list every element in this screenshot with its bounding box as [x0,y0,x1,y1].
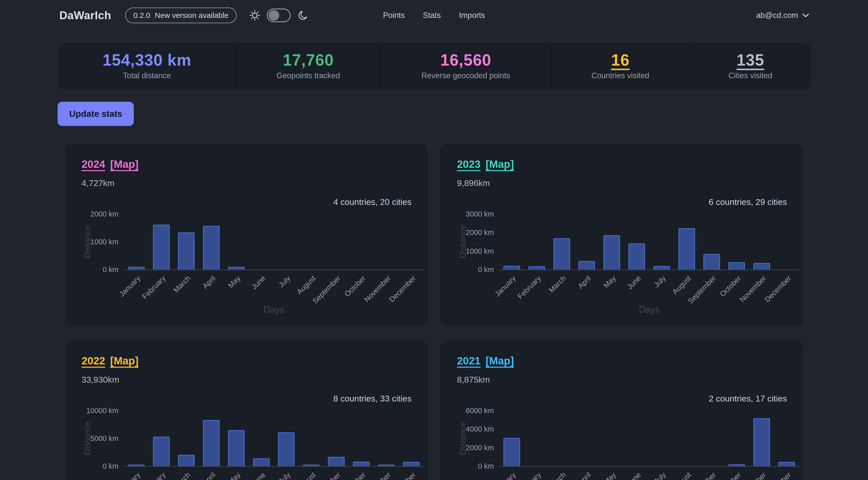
y-tick-label: 2000 km [440,443,494,452]
y-tick-label: 0 km [65,265,118,274]
bar-november [753,263,770,269]
year-card-header: 2021[Map] 8,875km 2 countries, 17 cities [440,341,803,404]
year-card: 2024[Map] 4,727km 4 countries, 20 cities… [65,144,428,326]
y-tick-label: 0 km [440,462,494,471]
bar-september [703,254,720,269]
x-tick-label: January [493,471,518,480]
stat-label: Geopoints tracked [276,71,340,80]
y-tick-label: 2000 km [65,210,118,218]
x-tick-label: March [547,274,567,294]
bar-august [303,465,320,466]
stat-cell: 16 Countries visited [551,43,689,90]
year-link[interactable]: 2023 [457,158,480,170]
stat-cell: 135 Cities visited [689,43,811,90]
stat-label: Reverse geocoded points [422,71,510,80]
year-link[interactable]: 2021 [457,355,480,367]
y-tick-label: 2000 km [440,228,494,237]
chart-plot-area [499,214,799,270]
x-tick-label: December [388,471,417,480]
year-card: 2022[Map] 33,930km 8 countries, 33 citie… [65,341,428,480]
x-tick-label: July [277,471,292,480]
year-title-line: 2023[Map] [457,159,787,170]
stat-label: Countries visited [591,71,649,80]
x-tick-label: October [718,471,743,480]
bar-march [553,238,570,269]
nav-points[interactable]: Points [383,11,405,20]
map-link[interactable]: [Map] [110,158,138,170]
y-tick-label: 3000 km [440,210,494,218]
y-tick-label: 10000 km [65,407,118,415]
bar-june [253,458,270,466]
x-tick-label: January [118,274,142,298]
main-nav: PointsStatsImports [383,11,485,20]
x-tick-label: March [172,471,192,480]
x-tick-label: February [141,274,167,300]
map-link[interactable]: [Map] [486,355,514,367]
chart-plot-area [124,411,424,467]
stat-value[interactable]: 135 [737,52,764,68]
nav-imports[interactable]: Imports [459,11,485,20]
x-tick-label: October [343,471,367,480]
x-tick-label: March [547,471,567,480]
y-tick-label: 0 km [440,265,494,274]
year-card-header: 2024[Map] 4,727km 4 countries, 20 cities [65,144,428,207]
bar-january [503,266,520,269]
x-tick-label: November [363,471,392,480]
stat-label: Total distance [123,71,171,80]
x-tick-label: May [226,274,242,290]
stat-value: 154,330 km [102,52,191,68]
bar-may [228,430,245,466]
y-tick-label: 6000 km [440,407,494,415]
x-tick-label: April [201,471,217,480]
moon-icon [297,9,309,21]
year-link[interactable]: 2022 [82,355,105,367]
x-tick-label: December [763,274,793,304]
x-tick-label: August [671,274,692,296]
x-tick-label: April [577,471,593,480]
theme-toggle[interactable] [267,8,290,22]
x-tick-label: October [718,274,743,298]
monthly-distance-chart: Distance Days 3000 km2000 km1000 km0 kmJ… [440,205,803,324]
bar-march [178,455,195,466]
x-tick-label: March [172,274,192,294]
app-logo[interactable]: DaWarIch [59,9,111,22]
account-menu[interactable]: ab@cd.com [756,11,809,20]
bar-october [728,465,745,466]
year-title-line: 2024[Map] [82,159,411,170]
nav-stats[interactable]: Stats [423,11,441,20]
year-distance: 9,896km [457,178,787,188]
year-cards-grid: 2024[Map] 4,727km 4 countries, 20 cities… [65,144,803,480]
bar-november [378,465,395,466]
year-link[interactable]: 2024 [82,158,105,170]
map-link[interactable]: [Map] [486,158,514,170]
x-tick-label: July [653,274,668,289]
monthly-distance-chart: Distance Days 6000 km4000 km2000 km0 kmJ… [440,402,803,480]
bar-february [528,266,545,269]
x-tick-label: June [625,471,643,480]
bar-april [203,226,220,269]
x-tick-label: June [625,274,643,291]
x-tick-label: August [295,471,317,480]
bar-april [579,261,595,269]
x-tick-label: October [343,274,367,298]
stats-summary-row: 154,330 km Total distance 17,760 Geopoin… [58,43,811,90]
version-badge[interactable]: 0.2.0 New version available [125,7,237,23]
chart-plot-area [499,411,799,467]
bar-january [503,438,520,466]
theme-switcher [249,8,309,22]
bar-september [328,457,345,466]
year-distance: 33,930km [82,375,411,385]
update-stats-button[interactable]: Update stats [58,102,134,126]
bar-may [603,235,620,269]
map-link[interactable]: [Map] [110,355,138,367]
bar-july [278,432,294,466]
stat-value: 17,760 [283,52,334,68]
x-tick-label: July [277,274,292,289]
stat-label: Cities visited [728,71,772,80]
stat-cell: 17,760 Geopoints tracked [236,43,380,90]
x-tick-label: December [388,274,417,304]
toggle-knob [269,10,279,21]
bar-december [403,462,420,466]
year-card: 2023[Map] 9,896km 6 countries, 29 cities… [440,144,803,326]
stat-value[interactable]: 16 [611,52,629,68]
